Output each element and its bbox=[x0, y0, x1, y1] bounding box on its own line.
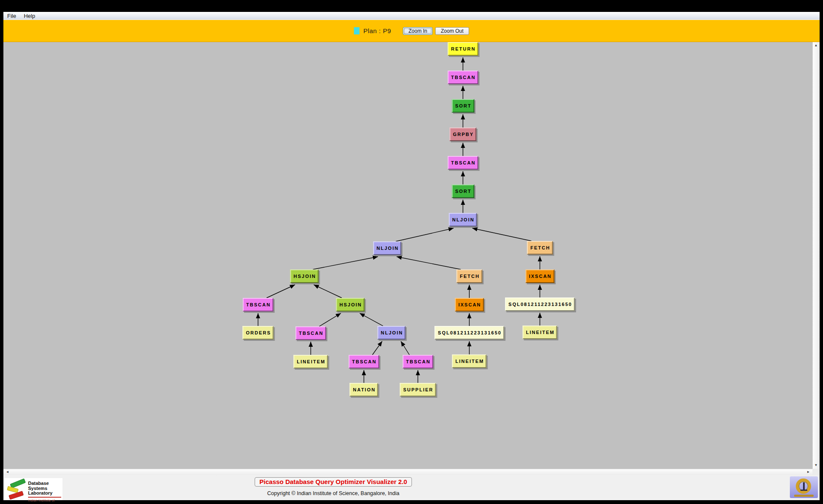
menu-help[interactable]: Help bbox=[20, 12, 39, 20]
dsl-subtitle: Indian Institute of Science bbox=[28, 498, 62, 504]
dsl-divider bbox=[28, 497, 61, 498]
menu-bar: File Help bbox=[3, 12, 820, 20]
plan-node-nation[interactable]: NATION bbox=[349, 383, 378, 396]
plan-edge bbox=[396, 228, 454, 241]
plan-node-orders[interactable]: ORDERS bbox=[242, 326, 273, 340]
plan-node-fetch[interactable]: FETCH bbox=[457, 269, 482, 283]
dsl-logo-text: Database Systems Laboratory Indian Insti… bbox=[28, 480, 62, 499]
plan-node-nljoin[interactable]: NLJOIN bbox=[377, 326, 406, 340]
plan-node-fetch[interactable]: FETCH bbox=[527, 241, 553, 255]
plan-node-tbscan[interactable]: TBSCAN bbox=[243, 298, 273, 311]
plan-node-sql081211223131650[interactable]: SQL081211223131650 bbox=[505, 297, 575, 311]
plan-node-sql081211223131650[interactable]: SQL081211223131650 bbox=[434, 326, 504, 340]
toolbar: Plan : P9 Zoom In Zoom Out bbox=[3, 20, 820, 42]
plan-edges-layer bbox=[3, 42, 812, 469]
dsl-line1: Database bbox=[28, 481, 62, 486]
plan-node-hsjoin[interactable]: HSJOIN bbox=[336, 298, 365, 311]
plan-color-swatch-icon bbox=[354, 27, 360, 34]
plan-node-lineitem[interactable]: LINEITEM bbox=[452, 354, 486, 368]
plan-node-tbscan[interactable]: TBSCAN bbox=[448, 71, 478, 84]
dsl-line3: Laboratory bbox=[28, 491, 62, 496]
scrollbar-corner bbox=[812, 469, 820, 475]
plan-canvas: RETURNTBSCANSORTGRPBYTBSCANSORTNLJOINNLJ… bbox=[3, 42, 812, 469]
plan-label: Plan : P9 bbox=[363, 27, 391, 34]
scroll-down-icon[interactable]: ▼ bbox=[813, 462, 819, 468]
scroll-left-icon[interactable]: ◄ bbox=[4, 469, 11, 475]
scroll-right-icon[interactable]: ► bbox=[805, 469, 812, 475]
plan-node-nljoin[interactable]: NLJOIN bbox=[449, 213, 477, 227]
scroll-up-icon[interactable]: ▲ bbox=[813, 42, 819, 48]
plan-node-tbscan[interactable]: TBSCAN bbox=[403, 355, 433, 368]
toolbar-controls: Plan : P9 Zoom In Zoom Out bbox=[354, 27, 469, 35]
plan-edge bbox=[314, 285, 342, 298]
iisc-emblem-icon bbox=[790, 476, 818, 498]
plan-node-grpby[interactable]: GRPBY bbox=[449, 127, 476, 141]
horizontal-scrollbar[interactable]: ◄ ► bbox=[3, 469, 812, 475]
plan-node-tbscan[interactable]: TBSCAN bbox=[448, 156, 478, 170]
plan-edge bbox=[313, 257, 378, 269]
footer-center: Picasso Database Query Optimizer Visuali… bbox=[253, 477, 414, 496]
plan-edge bbox=[472, 228, 531, 241]
plan-node-sort[interactable]: SORT bbox=[452, 99, 474, 113]
copyright-text: Copyright © Indian Institute of Science,… bbox=[253, 490, 414, 496]
plan-node-ixscan[interactable]: IXSCAN bbox=[525, 269, 554, 283]
plan-node-supplier[interactable]: SUPPLIER bbox=[400, 383, 436, 396]
plan-edge bbox=[360, 313, 383, 326]
app-title: Picasso Database Query Optimizer Visuali… bbox=[255, 477, 412, 487]
plan-node-ixscan[interactable]: IXSCAN bbox=[455, 298, 484, 311]
plan-edge bbox=[401, 341, 409, 355]
dsl-bricks-icon bbox=[6, 480, 28, 498]
menu-file[interactable]: File bbox=[3, 12, 20, 20]
plan-node-sort[interactable]: SORT bbox=[452, 184, 474, 198]
plan-node-return[interactable]: RETURN bbox=[448, 42, 478, 56]
plan-node-hsjoin[interactable]: HSJOIN bbox=[290, 269, 319, 283]
zoom-out-button[interactable]: Zoom Out bbox=[435, 27, 469, 35]
vertical-scrollbar[interactable]: ▲ ▼ bbox=[812, 42, 820, 469]
plan-node-lineitem[interactable]: LINEITEM bbox=[522, 326, 557, 339]
plan-node-tbscan[interactable]: TBSCAN bbox=[349, 355, 379, 368]
plan-edge bbox=[319, 313, 341, 326]
plan-node-lineitem[interactable]: LINEITEM bbox=[293, 355, 328, 368]
plan-edge bbox=[267, 285, 295, 298]
iisc-banner-icon bbox=[794, 495, 814, 497]
plan-edge bbox=[372, 341, 382, 355]
iisc-base-icon bbox=[800, 490, 807, 491]
plan-node-nljoin[interactable]: NLJOIN bbox=[373, 241, 401, 255]
application-window: File Help Plan : P9 Zoom In Zoom Out RET… bbox=[0, 0, 823, 504]
plan-node-tbscan[interactable]: TBSCAN bbox=[295, 326, 326, 340]
zoom-in-button[interactable]: Zoom In bbox=[403, 27, 433, 35]
plan-edge bbox=[397, 257, 461, 269]
dsl-logo: Database Systems Laboratory Indian Insti… bbox=[4, 478, 62, 500]
footer: Database Systems Laboratory Indian Insti… bbox=[3, 475, 820, 500]
